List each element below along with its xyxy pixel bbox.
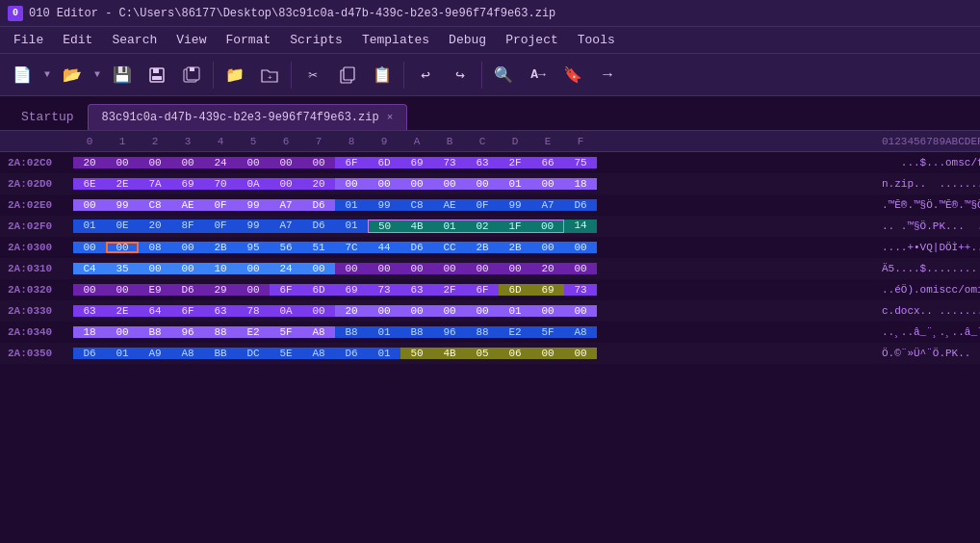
hex-cell[interactable]: 0F xyxy=(204,199,237,211)
menu-edit[interactable]: Edit xyxy=(53,29,102,51)
hex-cell[interactable]: 99 xyxy=(368,199,400,211)
hex-cell[interactable]: 4B xyxy=(400,220,433,233)
hex-cell[interactable]: C8 xyxy=(400,199,433,211)
hex-cell[interactable]: 00 xyxy=(466,178,499,190)
hex-cell[interactable]: 6F xyxy=(335,157,368,168)
hex-cell[interactable]: A8 xyxy=(171,348,204,359)
hex-cell[interactable]: C8 xyxy=(139,199,171,211)
hex-cell[interactable]: 00 xyxy=(106,242,139,253)
hex-cell[interactable]: BB xyxy=(204,348,237,359)
paste-button[interactable]: 📋 xyxy=(366,59,399,91)
hex-cell[interactable]: 06 xyxy=(499,348,531,359)
table-row[interactable]: 2A:0300000008002B9556517C44D6CC2B2B0000.… xyxy=(0,237,980,258)
hex-cell[interactable]: 00 xyxy=(270,178,302,190)
hex-cell[interactable]: 73 xyxy=(368,284,400,296)
hex-cell[interactable]: 01 xyxy=(499,178,531,190)
hex-cell[interactable]: 8F xyxy=(171,220,204,233)
hex-cell[interactable]: 6F xyxy=(466,284,499,296)
hex-cell[interactable]: 69 xyxy=(531,284,564,296)
hex-cell[interactable]: 01 xyxy=(368,348,400,359)
hex-cell[interactable]: 00 xyxy=(139,157,171,168)
hex-cell[interactable]: 08 xyxy=(139,242,171,253)
hex-cell[interactable]: 6E xyxy=(73,178,106,190)
hex-cell[interactable]: 00 xyxy=(531,348,564,359)
hex-cell[interactable]: A9 xyxy=(139,348,171,359)
save-copy-button[interactable] xyxy=(175,59,208,91)
hex-cell[interactable]: B8 xyxy=(139,326,171,338)
hex-cell[interactable]: 20 xyxy=(73,157,106,168)
hex-cell[interactable]: 1F xyxy=(499,220,531,233)
hex-cell[interactable]: 01 xyxy=(335,199,368,211)
hex-cell[interactable]: 63 xyxy=(400,284,433,296)
hex-cell[interactable]: 00 xyxy=(531,178,564,190)
tab-startup[interactable]: Startup xyxy=(8,104,88,130)
hex-cell[interactable]: 00 xyxy=(237,284,270,296)
hex-cell[interactable]: 00 xyxy=(400,178,433,190)
hex-cell[interactable]: 5F xyxy=(270,326,302,338)
hex-cell[interactable]: CC xyxy=(433,242,466,253)
hex-cell[interactable]: 0A xyxy=(270,305,302,317)
hex-cell[interactable]: 18 xyxy=(73,326,106,338)
hex-cell[interactable]: 69 xyxy=(400,157,433,168)
hex-cell[interactable]: 01 xyxy=(499,305,531,317)
hex-cell[interactable]: 66 xyxy=(531,157,564,168)
hex-cell[interactable]: 00 xyxy=(73,284,106,296)
hex-cell[interactable]: 20 xyxy=(335,305,368,317)
hex-cell[interactable]: 50 xyxy=(400,348,433,359)
arrow-button[interactable]: → xyxy=(591,59,624,91)
hex-cell[interactable]: 00 xyxy=(73,199,106,211)
hex-cell[interactable]: 2B xyxy=(466,242,499,253)
hex-cell[interactable]: 01 xyxy=(368,326,400,338)
hex-cell[interactable]: 50 xyxy=(368,220,400,233)
undo-button[interactable]: ↩ xyxy=(409,59,442,91)
hex-cell[interactable]: 56 xyxy=(270,242,302,253)
hex-cell[interactable]: 00 xyxy=(531,305,564,317)
hex-cell[interactable]: 00 xyxy=(302,305,335,317)
hex-cell[interactable]: 20 xyxy=(302,178,335,190)
hex-cell[interactable]: 00 xyxy=(237,157,270,168)
hex-cell[interactable]: A7 xyxy=(270,220,302,233)
table-row[interactable]: 2A:0330632E646F63780A002000000000010000c… xyxy=(0,300,980,322)
hex-cell[interactable]: 63 xyxy=(466,157,499,168)
open-dropdown[interactable]: ▼ xyxy=(90,59,104,91)
hex-cell[interactable]: 00 xyxy=(368,305,400,317)
table-row[interactable]: 2A:03401800B89688E25FA8B801B89688E25FA8.… xyxy=(0,322,980,343)
hex-cell[interactable]: 78 xyxy=(237,305,270,317)
hex-cell[interactable]: 00 xyxy=(335,178,368,190)
hex-cell[interactable]: E2 xyxy=(499,326,531,338)
hex-cell[interactable]: 5F xyxy=(531,326,564,338)
cut-button[interactable]: ✂ xyxy=(297,59,329,91)
hex-cell[interactable]: 35 xyxy=(106,263,139,274)
hex-cell[interactable]: A8 xyxy=(302,326,335,338)
hex-cell[interactable]: 29 xyxy=(204,284,237,296)
hex-cell[interactable]: 00 xyxy=(237,263,270,274)
hex-cell[interactable]: 6F xyxy=(171,305,204,317)
hex-cell[interactable]: 00 xyxy=(564,305,597,317)
hex-cell[interactable]: 70 xyxy=(204,178,237,190)
menu-debug[interactable]: Debug xyxy=(439,29,496,51)
hex-cell[interactable]: 10 xyxy=(204,263,237,274)
open-button[interactable]: 📂 xyxy=(56,59,89,91)
hex-cell[interactable]: 63 xyxy=(204,305,237,317)
menu-view[interactable]: View xyxy=(167,29,216,51)
hex-cell[interactable]: 5E xyxy=(270,348,302,359)
hex-cell[interactable]: 00 xyxy=(531,242,564,253)
hex-cell[interactable]: 20 xyxy=(139,220,171,233)
hex-cell[interactable]: 00 xyxy=(433,305,466,317)
hex-cell[interactable]: 69 xyxy=(335,284,368,296)
hex-cell[interactable]: 95 xyxy=(237,242,270,253)
hex-cell[interactable]: 00 xyxy=(466,305,499,317)
hex-cell[interactable]: 2F xyxy=(499,157,531,168)
hex-cell[interactable]: 00 xyxy=(564,242,597,253)
save-button[interactable]: 💾 xyxy=(106,59,139,91)
tab-file[interactable]: 83c91c0a-d47b-439c-b2e3-9e96f74f9e63.zip… xyxy=(88,104,408,130)
hex-cell[interactable]: 7A xyxy=(139,178,171,190)
hex-cell[interactable]: 00 xyxy=(564,348,597,359)
bookmark-button[interactable]: 🔖 xyxy=(556,59,589,91)
hex-cell[interactable]: 4B xyxy=(433,348,466,359)
hex-cell[interactable]: 6D xyxy=(302,284,335,296)
menu-templates[interactable]: Templates xyxy=(352,29,439,51)
hex-cell[interactable]: 02 xyxy=(466,220,499,233)
hex-cell[interactable]: DC xyxy=(237,348,270,359)
hex-cell[interactable]: D6 xyxy=(400,242,433,253)
